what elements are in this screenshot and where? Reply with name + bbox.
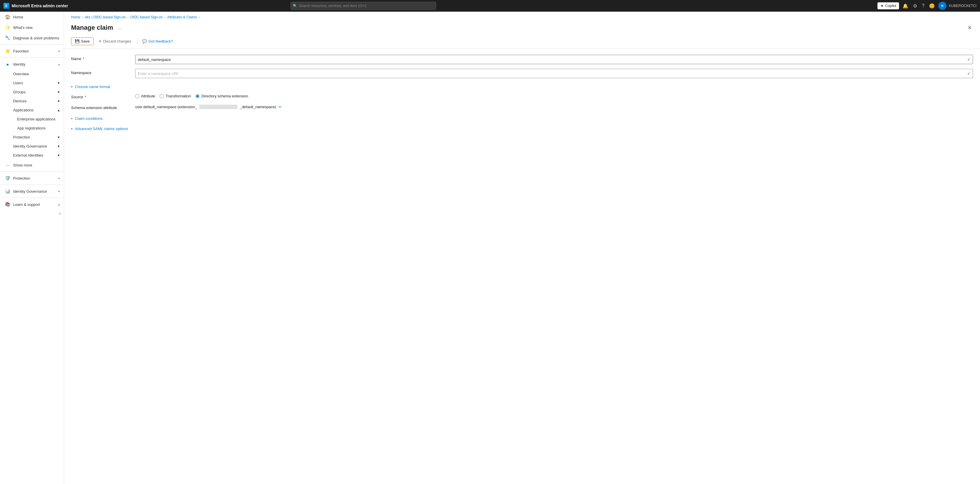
sidebar-item-home[interactable]: 🏠 Home [0,12,64,22]
claim-conditions-section: ▾ Claim conditions [71,115,973,123]
notifications-button[interactable]: 🔔 [901,2,910,10]
identity-gov-chevron-icon: ▾ [58,190,60,193]
radio-directory-schema[interactable]: Directory schema extension [196,94,248,98]
schema-ext-label: Schema extension attribute [71,104,129,110]
schema-ext-suffix: _default_namespace) [240,105,276,109]
identity-icon: ● [5,62,10,67]
name-required: * [83,57,84,61]
sidebar-collapse-button[interactable]: « [0,210,64,217]
username: KUBEROCKETCI [949,4,977,8]
breadcrumb-eks[interactable]: eks | OIDC-based Sign-on [85,15,126,19]
sidebar-protection-label: Protection [13,135,30,139]
sidebar-item-overview[interactable]: Overview [0,69,64,78]
name-check-icon: ✓ [967,57,970,62]
save-button[interactable]: 💾 Save [71,37,94,45]
search-container: 🔍 [290,2,436,10]
namespace-input[interactable] [135,69,973,78]
close-button[interactable]: ✕ [966,23,973,32]
form-area: Name * ✓ Namespace ✓ ▾ [64,49,980,141]
name-input-wrapper: ✓ [135,55,973,64]
feedback-topbar-button[interactable]: 😊 [928,2,936,10]
feedback-button[interactable]: 💬 Got feedback? [140,38,175,45]
choose-name-format-section: ▾ Choose name format [71,83,973,91]
radio-attribute-input[interactable] [135,94,139,98]
sidebar-item-identity-governance[interactable]: Identity Governance ▾ [0,142,64,151]
discard-label: Discard changes [103,39,131,43]
schema-edit-button[interactable]: ✏ [278,105,282,109]
sidebar-app-registrations-label: App registrations [17,126,46,130]
sidebar-section-identity[interactable]: ● Identity ▴ [0,59,64,69]
divider-1 [0,44,64,45]
favorites-icon: ⭐ [5,48,10,54]
sidebar-learn-label: Learn & support [13,202,55,207]
sidebar-section-learn[interactable]: 📚 Learn & support ▴ [0,199,64,210]
diagnose-icon: 🔧 [5,35,10,40]
sidebar-favorites-label: Favorites [13,49,55,53]
sidebar-show-more-label: Show more [13,163,60,167]
learn-icon: 📚 [5,202,10,207]
identity-governance-chevron-icon: ▾ [58,144,60,149]
sidebar-item-whats-new[interactable]: ✨ What's new [0,22,64,33]
choose-name-format-toggle[interactable]: ▾ Choose name format [71,83,973,91]
discard-button[interactable]: ✕ Discard changes [95,37,135,45]
page-header: Manage claim ... ✕ [64,21,980,35]
namespace-row: Namespace ✓ [71,69,973,78]
radio-directory-schema-input[interactable] [196,94,200,98]
sidebar-section-protection[interactable]: 🛡️ Protection ▾ [0,173,64,184]
groups-chevron-icon: ▾ [58,90,60,94]
sidebar-section-favorites[interactable]: ⭐ Favorites ▾ [0,46,64,56]
settings-button[interactable]: ⚙ [912,2,918,10]
sidebar-enterprise-apps-label: Enterprise applications [17,117,56,121]
sidebar-item-show-more[interactable]: ··· Show more [0,160,64,170]
divider-5 [0,198,64,198]
schema-ext-prefix: user.default_namespace (extension_ [135,105,197,109]
radio-transformation-label: Transformation [165,94,191,98]
name-input[interactable] [135,55,973,64]
show-more-icon: ··· [5,162,10,168]
sidebar-section-identity-gov[interactable]: 📊 Identity Governance ▾ [0,186,64,196]
claim-conditions-chevron-icon: ▾ [71,117,73,120]
sidebar-item-diagnose[interactable]: 🔧 Diagnose & solve problems [0,33,64,43]
more-options-button[interactable]: ... [116,24,123,31]
advanced-saml-toggle[interactable]: ▾ Advanced SAML claims options [71,125,973,133]
sidebar-item-external-identities[interactable]: External Identities ▾ [0,151,64,160]
radio-attribute-label: Attribute [141,94,155,98]
topbar: E Microsoft Entra admin center 🔍 ✦ Copil… [0,0,980,12]
radio-attribute[interactable]: Attribute [135,94,155,98]
help-button[interactable]: ? [921,2,926,10]
discard-icon: ✕ [99,39,102,43]
copilot-icon: ✦ [880,3,884,8]
search-input[interactable] [290,2,436,10]
claim-conditions-toggle[interactable]: ▾ Claim conditions [71,115,973,123]
sidebar-users-label: Users [13,81,23,85]
brand: E Microsoft Entra admin center [3,3,68,9]
advanced-saml-section: ▾ Advanced SAML claims options [71,125,973,133]
sidebar-item-applications[interactable]: Applications ▴ [0,105,64,115]
sidebar-identity-gov-label: Identity Governance [13,189,55,193]
schema-ext-value: user.default_namespace (extension_ _defa… [135,105,282,109]
sidebar-item-app-registrations[interactable]: App registrations [0,124,64,133]
radio-transformation[interactable]: Transformation [160,94,191,98]
sidebar-item-groups[interactable]: Groups ▾ [0,88,64,96]
save-icon: 💾 [75,39,80,43]
feedback-icon: 💬 [142,39,147,43]
identity-chevron-icon: ▴ [58,63,60,66]
sidebar-item-devices[interactable]: Devices ▾ [0,96,64,105]
breadcrumb-home[interactable]: Home [71,15,80,19]
avatar[interactable]: K [938,2,947,10]
breadcrumb-attributes[interactable]: Attributes & Claims [167,15,197,19]
sidebar-item-users[interactable]: Users ▾ [0,78,64,88]
copilot-button[interactable]: ✦ Copilot [877,2,899,10]
content-area: Home › eks | OIDC-based Sign-on › OIDC-b… [64,12,980,484]
name-format-label: Choose name format [75,85,110,89]
feedback-label: Got feedback? [148,39,173,43]
claim-conditions-label: Claim conditions [75,116,103,121]
sidebar-item-enterprise-apps[interactable]: Enterprise applications [0,115,64,124]
breadcrumb-oidc[interactable]: OIDC-based Sign-on [130,15,162,19]
save-label: Save [81,39,90,43]
collapse-icon: « [59,211,61,216]
radio-transformation-input[interactable] [160,94,164,98]
sidebar-item-protection[interactable]: Protection ▾ [0,133,64,142]
sidebar-devices-label: Devices [13,99,27,103]
advanced-saml-label: Advanced SAML claims options [75,126,128,131]
